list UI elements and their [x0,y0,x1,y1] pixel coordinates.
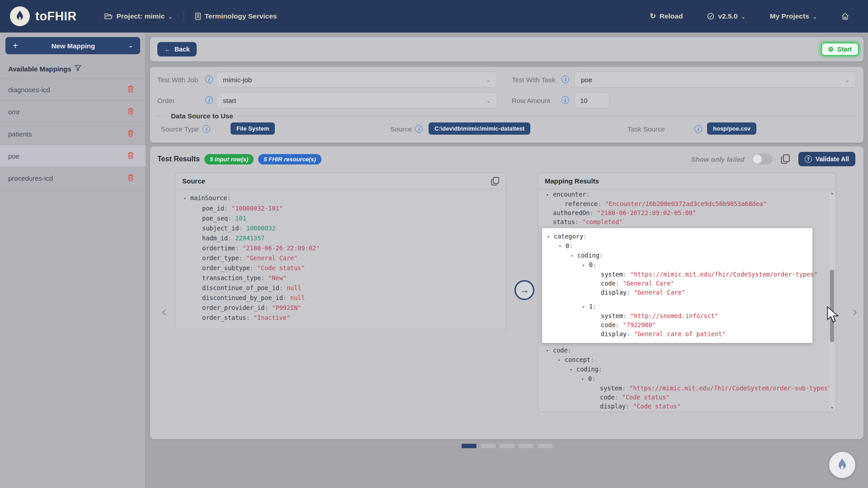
collapse-triangle-icon[interactable]: ▾ [570,365,576,374]
json-block: ▾encounter:reference: "Encounter/16b200e… [541,190,834,226]
json-colon: : [622,385,626,392]
version-menu[interactable]: v2.5.0 ⌄ [701,8,751,25]
back-arrow-icon: ← [165,46,171,53]
terminology-services-link[interactable]: Terminology Services [189,8,283,25]
home-button[interactable] [835,8,855,24]
task-source-chip: hosp/poe.csv [707,122,756,135]
test-with-job-select[interactable]: mimic-job ⌄ [216,71,497,88]
collapse-triangle-icon[interactable]: ▾ [184,193,190,203]
json-line: ▾mainSource: [179,193,504,203]
delete-mapping-icon[interactable] [127,173,135,183]
run-mapping-arrow-button[interactable]: → [514,280,534,300]
my-projects-menu[interactable]: My Projects ⌄ [764,8,823,25]
json-key: mainSource [190,194,227,202]
info-icon[interactable]: i [694,125,702,133]
sidebar-item-patients[interactable]: patients [0,123,146,145]
source-type-chip[interactable]: File System [231,122,275,135]
version-label: v2.5.0 [718,12,737,20]
back-button[interactable]: ← Back [157,42,197,56]
copy-source-button[interactable] [490,176,500,187]
mapping-json-tree: ▾encounter:reference: "Encounter/16b200e… [538,186,836,412]
json-line: status: "completed" [541,217,834,226]
carousel-prev-button[interactable]: ‹ [162,305,166,318]
collapse-triangle-icon[interactable]: ▾ [558,356,565,365]
delete-mapping-icon[interactable] [127,151,135,161]
json-colon: : [627,330,630,338]
scroll-down-icon[interactable]: ▼ [830,406,835,409]
collapse-triangle-icon[interactable]: ▾ [547,232,554,241]
json-value: 10000032 [242,225,275,232]
collapse-triangle-icon[interactable]: ▾ [559,242,566,251]
sidebar-item-diagnoses-icd[interactable]: diagnoses-icd [0,79,146,101]
json-line: display: "General Care" [542,288,812,297]
scrollbar-thumb[interactable] [830,270,834,342]
json-line: ▾0: [541,374,834,384]
collapse-triangle-icon[interactable]: ▾ [571,251,577,260]
json-key: 0 [566,242,569,249]
json-line: system: "http://snomed.info/sct" [542,311,812,320]
new-mapping-button[interactable]: + New Mapping ⌄ [5,37,140,54]
delete-mapping-icon[interactable] [127,129,135,139]
delete-mapping-icon[interactable] [127,107,135,117]
json-value: "General Care" [630,289,685,296]
json-value: "http://snomed.info/sct" [627,312,718,319]
json-key: reference [565,200,598,207]
info-icon[interactable]: i [415,125,423,133]
chevron-down-icon: ⌄ [813,14,817,20]
sidebar-item-omr[interactable]: omr [0,101,146,123]
sidebar-item-poe[interactable]: poe [0,145,146,167]
sidebar-item-procedures-icd[interactable]: procedures-icd [0,167,146,189]
page-dot-1[interactable] [462,444,476,448]
scroll-up-icon[interactable]: ▲ [830,192,835,195]
main-content: ← Back ⚙ Start Test With Job i mimic-job… [146,33,868,488]
show-only-failed-toggle[interactable] [752,154,773,164]
project-menu[interactable]: Project: mimic ⌄ [98,8,179,25]
mapping-scrollbar[interactable]: ▲ ▼ [830,191,835,410]
collapse-triangle-icon[interactable]: ▾ [581,375,588,384]
info-icon[interactable]: i [205,96,213,104]
delete-mapping-icon[interactable] [127,84,135,95]
start-label: Start [837,46,852,53]
json-key: coding [576,366,599,373]
validate-all-button[interactable]: ? Validate All [798,152,855,166]
reload-button[interactable]: ↻ Reload [643,8,689,25]
collapse-triangle-icon[interactable]: ▾ [546,346,553,355]
json-block: ▾mainSource:poe_id: "10000032-101"poe_se… [179,193,504,323]
chevron-down-icon: ⌄ [128,42,133,49]
flame-fab-button[interactable] [829,452,855,478]
json-line: code: "Code status" [541,393,834,402]
test-results-section: Test Results 5 input row(s) 5 FHIR resou… [150,146,863,439]
info-icon[interactable]: i [203,125,210,133]
filter-icon[interactable] [75,65,81,73]
validate-all-label: Validate All [816,155,849,163]
collapse-triangle-icon[interactable]: ▾ [582,261,589,270]
json-value: "https://mimic.mit.edu/fhir/CodeSystem/o… [626,385,831,392]
info-icon[interactable]: i [205,75,213,83]
carousel-next-button[interactable]: › [853,305,857,318]
json-value: "10000032-101" [228,205,283,212]
collapse-triangle-icon[interactable]: ▾ [582,302,589,311]
info-icon[interactable]: i [561,75,569,83]
page-dot-5[interactable] [538,444,552,448]
info-icon[interactable]: i [561,96,569,104]
action-bar: ← Back ⚙ Start [150,37,863,61]
json-colon: : [228,235,231,242]
page-dot-3[interactable] [500,444,514,448]
start-button[interactable]: ⚙ Start [821,42,859,56]
json-line: order_provider_id: "P992IN" [179,303,504,313]
copy-all-button[interactable] [780,153,791,165]
test-with-task-select[interactable]: poe ⌄ [574,71,856,88]
page-dot-2[interactable] [481,444,495,448]
json-colon: : [586,191,590,198]
json-key: display [600,403,626,410]
order-select[interactable]: start ⌄ [216,92,497,108]
page-dot-4[interactable] [519,444,533,448]
json-line: ▾category: [542,232,812,241]
row-amount-input[interactable] [574,92,609,108]
json-line: ▾concept: [541,355,834,365]
collapse-triangle-icon[interactable]: ▾ [546,190,553,199]
json-key: 0 [589,261,593,268]
json-colon: : [261,274,264,282]
json-line: transaction_type: "New" [179,273,504,283]
json-line: hadm_id: 22841357 [179,233,504,243]
